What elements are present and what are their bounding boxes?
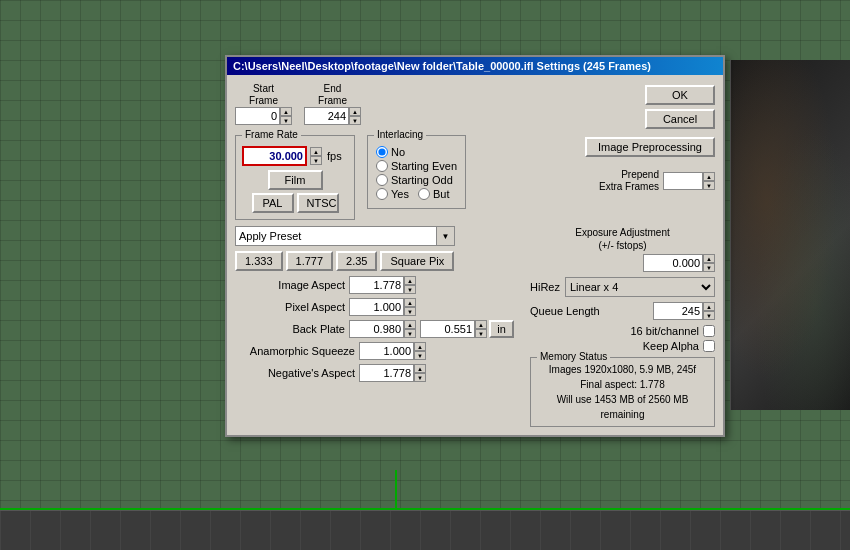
prepend-up[interactable]: ▲ [703, 172, 715, 181]
keep-alpha-label: Keep Alpha [643, 340, 699, 352]
pixel-aspect-down[interactable]: ▼ [404, 307, 416, 316]
back-plate-down1[interactable]: ▼ [404, 329, 416, 338]
right-preview-image [730, 60, 850, 410]
bit16-label: 16 bit/channel [631, 325, 700, 337]
fps-input[interactable] [242, 146, 307, 166]
cancel-button[interactable]: Cancel [645, 109, 715, 129]
exposure-up[interactable]: ▲ [703, 254, 715, 263]
start-frame-down[interactable]: ▼ [280, 116, 292, 125]
frame-rate-label: Frame Rate [242, 129, 301, 140]
pal-button[interactable]: PAL [252, 193, 294, 213]
exposure-down[interactable]: ▼ [703, 263, 715, 272]
prepend-down[interactable]: ▼ [703, 181, 715, 190]
radio-but[interactable] [418, 188, 430, 200]
ntsc-button[interactable]: NTSC [297, 193, 339, 213]
image-aspect-label: Image Aspect [235, 279, 345, 291]
hirez-label: HiRez [530, 281, 560, 293]
fps-label: fps [327, 150, 342, 162]
back-plate-unit-button[interactable]: in [489, 320, 514, 338]
anamorphic-input[interactable] [359, 342, 414, 360]
anamorphic-label: Anamorphic Squeeze [235, 345, 355, 357]
back-plate-up1[interactable]: ▲ [404, 320, 416, 329]
back-plate-up2[interactable]: ▲ [475, 320, 487, 329]
radio-starting-even[interactable] [376, 160, 388, 172]
start-frame-up[interactable]: ▲ [280, 107, 292, 116]
end-frame-up[interactable]: ▲ [349, 107, 361, 116]
negatives-aspect-input[interactable] [359, 364, 414, 382]
radio-yes-label: Yes [391, 188, 409, 200]
interlacing-label: Interlacing [374, 129, 426, 140]
radio-starting-even-label: Starting Even [391, 160, 457, 172]
prepend-input[interactable] [663, 172, 703, 190]
dialog-titlebar: C:\Users\Neel\Desktop\footage\New folder… [227, 57, 723, 75]
preset-squarepix-button[interactable]: Square Pix [380, 251, 454, 271]
image-aspect-down[interactable]: ▼ [404, 285, 416, 294]
memory-title: Memory Status [537, 351, 610, 362]
preset-1333-button[interactable]: 1.333 [235, 251, 283, 271]
end-frame-label: EndFrame [318, 83, 347, 107]
negatives-aspect-up[interactable]: ▲ [414, 364, 426, 373]
queue-length-input[interactable] [653, 302, 703, 320]
image-aspect-input[interactable] [349, 276, 404, 294]
fps-down[interactable]: ▼ [310, 156, 322, 165]
anamorphic-down[interactable]: ▼ [414, 351, 426, 360]
image-aspect-up[interactable]: ▲ [404, 276, 416, 285]
start-frame-input[interactable] [235, 107, 280, 125]
radio-starting-odd[interactable] [376, 174, 388, 186]
preset-235-button[interactable]: 2.35 [336, 251, 377, 271]
pixel-aspect-up[interactable]: ▲ [404, 298, 416, 307]
memory-line3: Will use 1453 MB of 2560 MB remaining [537, 392, 708, 422]
pixel-aspect-input[interactable] [349, 298, 404, 316]
bit16-checkbox[interactable] [703, 325, 715, 337]
radio-no-label: No [391, 146, 405, 158]
queue-length-up[interactable]: ▲ [703, 302, 715, 311]
timeline-bar [0, 510, 850, 550]
negatives-aspect-down[interactable]: ▼ [414, 373, 426, 382]
hirez-select[interactable]: Linear x 4 Linear x 2 Linear x 8 None [565, 277, 715, 297]
image-preprocessing-button[interactable]: Image Preprocessing [585, 137, 715, 157]
queue-length-down[interactable]: ▼ [703, 311, 715, 320]
radio-starting-odd-label: Starting Odd [391, 174, 453, 186]
radio-yes[interactable] [376, 188, 388, 200]
memory-line1: Images 1920x1080, 5.9 MB, 245f [537, 362, 708, 377]
back-plate-down2[interactable]: ▼ [475, 329, 487, 338]
apply-preset-input[interactable] [235, 226, 437, 246]
anamorphic-up[interactable]: ▲ [414, 342, 426, 351]
keep-alpha-checkbox[interactable] [703, 340, 715, 352]
back-plate-label: Back Plate [235, 323, 345, 335]
memory-status-box: Memory Status Images 1920x1080, 5.9 MB, … [530, 357, 715, 427]
exposure-input[interactable] [643, 254, 703, 272]
end-frame-input[interactable] [304, 107, 349, 125]
radio-no[interactable] [376, 146, 388, 158]
radio-but-label: But [433, 188, 450, 200]
negatives-aspect-label: Negative's Aspect [235, 367, 355, 379]
prepend-label: PrependExtra Frames [599, 169, 659, 193]
start-frame-label: StartFrame [249, 83, 278, 107]
queue-length-label: Queue Length [530, 305, 600, 317]
dialog-title: C:\Users\Neel\Desktop\footage\New folder… [233, 60, 651, 72]
exposure-label: Exposure Adjustment(+/- fstops) [530, 226, 715, 252]
film-button[interactable]: Film [268, 170, 323, 190]
memory-line2: Final aspect: 1.778 [537, 377, 708, 392]
apply-preset-arrow[interactable]: ▼ [437, 226, 455, 246]
ok-button[interactable]: OK [645, 85, 715, 105]
preset-1777-button[interactable]: 1.777 [286, 251, 334, 271]
pixel-aspect-label: Pixel Aspect [235, 301, 345, 313]
settings-dialog: C:\Users\Neel\Desktop\footage\New folder… [225, 55, 725, 437]
end-frame-down[interactable]: ▼ [349, 116, 361, 125]
fps-up[interactable]: ▲ [310, 147, 322, 156]
back-plate-input1[interactable] [349, 320, 404, 338]
back-plate-input2[interactable] [420, 320, 475, 338]
